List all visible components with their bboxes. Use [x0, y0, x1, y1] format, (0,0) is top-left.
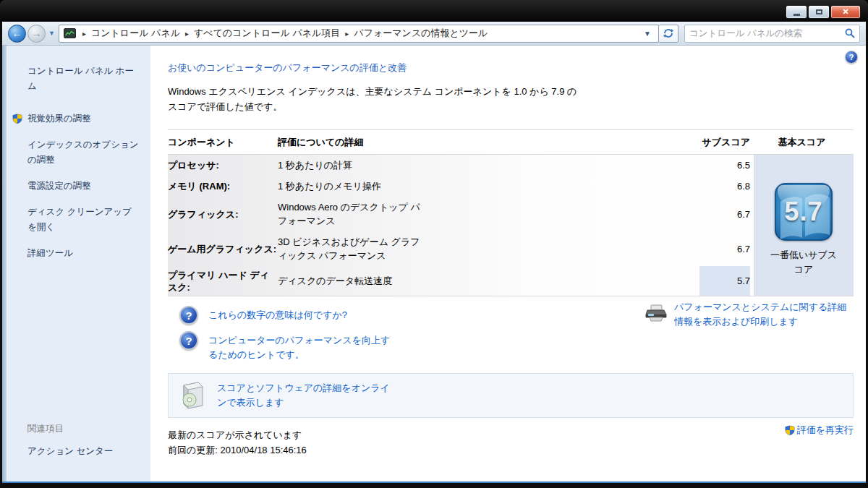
question-circle-icon: ? — [179, 306, 198, 325]
component-name: プロセッサ: — [168, 159, 278, 171]
question-circle-icon: ? — [179, 331, 198, 350]
status-line-latest-score: 最新のスコアが示されています — [168, 427, 854, 442]
page-description: Windows エクスペリエンス インデックスは、主要なシステム コンポーネント… — [168, 84, 586, 114]
printer-icon — [645, 304, 667, 322]
subscore-value: 6.7 — [699, 197, 750, 231]
component-name: グラフィックス: — [168, 208, 278, 221]
rerun-assessment[interactable]: 評価を再実行 — [785, 424, 854, 437]
subscore-value: 6.5 — [699, 155, 750, 176]
table-row: プライマリ ハード ディスク: ディスクのデータ転送速度 5.7 — [168, 266, 854, 296]
search-icon[interactable] — [845, 28, 855, 38]
main-panel: ? お使いのコンピューターのパフォーマンスの評価と改善 Windows エクスペ… — [150, 46, 866, 481]
status-text: 最新のスコアが示されています 前回の更新: 2010/04/18 15:46:1… — [168, 427, 854, 458]
online-details-box: スコアとソフトウェアの詳細をオンラインで表示します — [168, 373, 854, 418]
address-bar[interactable]: ▸ コントロール パネル ▸ すべてのコントロール パネル項目 ▸ パフォーマン… — [59, 25, 659, 43]
forward-button[interactable]: → — [27, 25, 46, 43]
sidebar-item-disk-cleanup[interactable]: ディスク クリーンアップを開く — [27, 205, 140, 235]
sidebar: コントロール パネル ホーム 視覚効果の調整 インデックスのオプションの調整 電… — [2, 46, 150, 481]
window-controls: ✕ — [786, 5, 861, 19]
table-row: プロセッサ: 1 秒あたりの計算 6.5 — [168, 155, 854, 176]
refresh-button[interactable] — [659, 25, 678, 43]
table-row: ゲーム用グラフィックス: 3D ビジネスおよびゲーム グラフィックス パフォーマ… — [168, 231, 854, 266]
sidebar-item-control-panel-home[interactable]: コントロール パネル ホーム — [27, 64, 140, 94]
table-row: グラフィックス: Windows Aero のデスクトップ パフォーマンス 6.… — [168, 197, 854, 231]
base-score-panel: 5.7 一番低いサブスコア — [754, 155, 854, 296]
sidebar-item-index-options[interactable]: インデックスのオプションの調整 — [27, 137, 140, 168]
breadcrumb-segment-all-items[interactable]: すべてのコントロール パネル項目 — [194, 27, 340, 40]
breadcrumb-arrow[interactable]: ▸ — [180, 30, 194, 38]
minimize-icon — [793, 14, 800, 16]
title-bar: ✕ — [0, 0, 868, 22]
breadcrumb-arrow[interactable]: ▸ — [340, 30, 354, 38]
component-detail: 1 秒あたりの計算 — [278, 158, 426, 172]
search-input[interactable] — [689, 28, 845, 38]
sidebar-item-visual-effects[interactable]: 視覚効果の調整 — [27, 111, 140, 127]
breadcrumb-segment-performance[interactable]: パフォーマンスの情報とツール — [354, 27, 488, 40]
help-link-row: ? コンピューターのパフォーマンスを向上するためのヒントです。 — [179, 331, 854, 362]
component-detail: Windows Aero のデスクトップ パフォーマンス — [278, 200, 426, 228]
question-icon: ? — [849, 53, 854, 61]
page-title: お使いのコンピューターのパフォーマンスの評価と改善 — [168, 61, 854, 74]
header-base-score: 基本スコア — [750, 136, 854, 149]
header-detail: 評価についての詳細 — [278, 136, 426, 149]
control-panel-window: ✕ ← → ▼ ▸ コントロール パネル ▸ すべてのコントロール パネル項目 … — [0, 0, 868, 488]
back-arrow-icon: ← — [12, 27, 22, 39]
table-row: メモリ (RAM): 1 秒あたりのメモリ操作 6.8 — [168, 176, 854, 197]
help-link-improve-performance[interactable]: コンピューターのパフォーマンスを向上するためのヒントです。 — [208, 333, 391, 362]
help-button[interactable]: ? — [845, 51, 858, 64]
back-button[interactable]: ← — [8, 25, 26, 43]
sidebar-item-power-settings[interactable]: 電源設定の調整 — [27, 179, 140, 194]
base-score-label: 一番低いサブスコア — [766, 248, 841, 277]
uac-shield-icon — [12, 114, 22, 124]
status-line-last-update: 前回の更新: 2010/04/18 15:46:16 — [168, 442, 854, 458]
content-area: コントロール パネル ホーム 視覚効果の調整 インデックスのオプションの調整 電… — [2, 46, 866, 481]
subscore-value: 6.7 — [699, 231, 750, 266]
base-score-value: 5.7 — [784, 197, 822, 227]
sidebar-item-label: 視覚効果の調整 — [27, 114, 91, 124]
recent-pages-dropdown[interactable]: ▼ — [48, 30, 55, 37]
component-name: プライマリ ハード ディスク: — [168, 269, 278, 294]
window-bottom-edge — [2, 481, 866, 483]
sidebar-item-advanced-tools[interactable]: 詳細ツール — [27, 246, 140, 261]
minimize-button[interactable] — [786, 5, 807, 19]
maximize-icon — [816, 9, 822, 14]
score-table: プロセッサ: 1 秒あたりの計算 6.5 メモリ (RAM): 1 秒あたりのメ… — [168, 154, 854, 296]
header-subscore: サブスコア — [699, 136, 750, 149]
print-details-row: パフォーマンスとシステムに関する詳細情報を表示および印刷します — [645, 300, 854, 329]
navigation-toolbar: ← → ▼ ▸ コントロール パネル ▸ すべてのコントロール パネル項目 ▸ … — [2, 22, 866, 46]
print-details-link[interactable]: パフォーマンスとシステムに関する詳細情報を表示および印刷します — [674, 300, 854, 329]
component-name: メモリ (RAM): — [168, 180, 278, 192]
search-box[interactable] — [684, 25, 860, 43]
base-score-icon: 5.7 — [775, 183, 833, 241]
subscore-value-lowest: 5.7 — [699, 266, 750, 296]
header-component: コンポーネント — [168, 136, 278, 149]
uac-shield-icon — [785, 425, 795, 435]
address-dropdown-icon[interactable]: ▼ — [641, 30, 654, 38]
component-detail: ディスクのデータ転送速度 — [278, 274, 426, 288]
forward-arrow-icon: → — [32, 27, 42, 39]
subscore-value: 6.8 — [699, 176, 750, 197]
performance-monitor-icon — [64, 28, 76, 38]
component-name: ゲーム用グラフィックス: — [168, 243, 278, 255]
table-header: コンポーネント 評価についての詳細 サブスコア 基本スコア — [168, 129, 854, 154]
related-items-header: 関連項目 — [27, 423, 143, 435]
online-details-link[interactable]: スコアとソフトウェアの詳細をオンラインで表示します — [217, 381, 394, 410]
close-icon: ✕ — [842, 7, 848, 17]
maximize-button[interactable] — [808, 5, 830, 19]
refresh-icon — [663, 28, 673, 38]
software-box-icon — [178, 381, 205, 410]
help-link-what-do-numbers-mean[interactable]: これらの数字の意味は何ですか? — [208, 308, 347, 322]
breadcrumb-segment-control-panel[interactable]: コントロール パネル — [91, 27, 180, 40]
component-detail: 3D ビジネスおよびゲーム グラフィックス パフォーマンス — [278, 235, 426, 262]
close-button[interactable]: ✕ — [830, 5, 861, 19]
component-detail: 1 秒あたりのメモリ操作 — [278, 179, 426, 193]
breadcrumb-arrow[interactable]: ▸ — [77, 30, 91, 38]
sidebar-item-action-center[interactable]: アクション センター — [27, 444, 143, 459]
rerun-assessment-link[interactable]: 評価を再実行 — [797, 424, 854, 437]
